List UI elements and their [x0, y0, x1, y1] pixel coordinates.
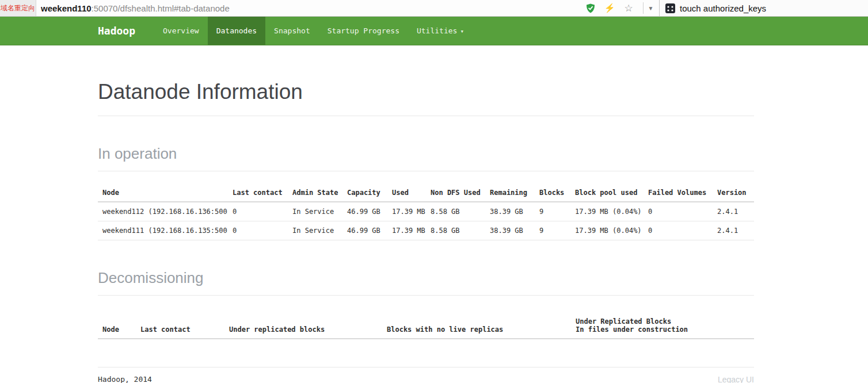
header-under-replicated-construction: Under Replicated Blocks In files under c…: [571, 312, 754, 339]
tab-title: touch authorized_keys: [680, 3, 766, 13]
url-dropdown-button[interactable]: ▼: [643, 2, 654, 14]
main-content: Datanode Information In operation Node L…: [98, 80, 754, 383]
cell-last-contact: 0: [228, 202, 288, 221]
caret-down-icon: ▾: [460, 17, 464, 46]
header-capacity: Capacity: [342, 183, 387, 202]
url-host: weekend110: [41, 3, 92, 13]
url-path: :50070/dfshealth.html#tab-datanode: [92, 3, 230, 13]
table-row: weekend111 (192.168.16.135:50010) 0 In S…: [98, 221, 754, 240]
cell-last-contact: 0: [228, 221, 288, 240]
cell-capacity: 46.99 GB: [342, 202, 387, 221]
address-bar[interactable]: weekend110:50070/dfshealth.html#tab-data…: [36, 0, 659, 16]
redirect-label: 域名重定向: [0, 0, 36, 16]
chevron-down-icon: ▼: [648, 5, 654, 12]
datanodes-table: Node Last contact Admin State Capacity U…: [98, 183, 754, 240]
cell-version: 2.4.1: [713, 202, 754, 221]
cell-remaining: 38.39 GB: [485, 202, 535, 221]
header-admin-state: Admin State: [288, 183, 342, 202]
cell-node: weekend111 (192.168.16.135:50010): [98, 221, 228, 240]
browser-tab[interactable]: touch authorized_keys: [659, 0, 868, 16]
table-header-row: Node Last contact Admin State Capacity U…: [98, 183, 754, 202]
nav-item-overview[interactable]: Overview: [154, 17, 208, 45]
header-version: Version: [713, 183, 754, 202]
header-node: Node: [98, 312, 136, 339]
section-heading-decommissioning: Decomissioning: [98, 269, 754, 295]
footer: Hadoop, 2014 Legacy UI: [98, 375, 754, 383]
legacy-ui-link[interactable]: Legacy UI: [718, 375, 754, 383]
page-title: Datanode Information: [98, 80, 754, 116]
header-block-pool-used: Block pool used: [570, 183, 644, 202]
cell-block-pool-used: 17.39 MB (0.04%): [570, 221, 644, 240]
cell-block-pool-used: 17.39 MB (0.04%): [570, 202, 644, 221]
nav-item-utilities[interactable]: Utilities▾: [408, 17, 473, 45]
lightning-icon[interactable]: ⚡: [604, 2, 615, 14]
footer-text: Hadoop, 2014: [98, 375, 152, 383]
navbar-brand[interactable]: Hadoop: [98, 17, 144, 45]
bookmark-star-icon[interactable]: ☆: [623, 2, 634, 14]
cell-non-dfs-used: 8.58 GB: [426, 202, 485, 221]
table-header-row: Node Last contact Under replicated block…: [98, 312, 754, 339]
cell-used: 17.39 MB: [387, 202, 426, 221]
header-failed-volumes: Failed Volumes: [644, 183, 713, 202]
header-last-contact: Last contact: [228, 183, 288, 202]
cell-version: 2.4.1: [713, 221, 754, 240]
nav-item-datanodes[interactable]: Datanodes: [208, 17, 265, 45]
header-under-replicated: Under replicated blocks: [224, 312, 382, 339]
header-blocks: Blocks: [535, 183, 570, 202]
adblock-shield-icon[interactable]: [585, 2, 596, 14]
header-used: Used: [387, 183, 426, 202]
nav-item-startup-progress[interactable]: Startup Progress: [319, 17, 408, 45]
header-remaining: Remaining: [485, 183, 535, 202]
header-last-contact: Last contact: [136, 312, 224, 339]
cell-admin-state: In Service: [288, 221, 342, 240]
cell-failed-volumes: 0: [644, 221, 713, 240]
nav-items: Overview Datanodes Snapshot Startup Prog…: [154, 17, 473, 45]
header-node: Node: [98, 183, 228, 202]
decommissioning-table: Node Last contact Under replicated block…: [98, 312, 754, 339]
table-row: weekend112 (192.168.16.136:50010) 0 In S…: [98, 202, 754, 221]
footer-divider: [98, 367, 754, 367]
cell-blocks: 9: [535, 202, 570, 221]
tab-favicon-icon: [665, 3, 675, 13]
nav-item-snapshot[interactable]: Snapshot: [265, 17, 319, 45]
cell-blocks: 9: [535, 221, 570, 240]
shield-icon: [586, 3, 595, 13]
cell-admin-state: In Service: [288, 202, 342, 221]
cell-remaining: 38.39 GB: [485, 221, 535, 240]
header-no-live-replicas: Blocks with no live replicas: [382, 312, 571, 339]
cell-failed-volumes: 0: [644, 202, 713, 221]
cell-non-dfs-used: 8.58 GB: [426, 221, 485, 240]
cell-node: weekend112 (192.168.16.136:50010): [98, 202, 228, 221]
browser-bar: 域名重定向 weekend110:50070/dfshealth.html#ta…: [0, 0, 868, 17]
navbar: Hadoop Overview Datanodes Snapshot Start…: [0, 17, 868, 45]
section-heading-in-operation: In operation: [98, 145, 754, 171]
cell-used: 17.39 MB: [387, 221, 426, 240]
cell-capacity: 46.99 GB: [342, 221, 387, 240]
header-non-dfs-used: Non DFS Used: [426, 183, 485, 202]
url-text[interactable]: weekend110:50070/dfshealth.html#tab-data…: [41, 3, 585, 13]
nav-item-utilities-label: Utilities: [417, 26, 457, 35]
